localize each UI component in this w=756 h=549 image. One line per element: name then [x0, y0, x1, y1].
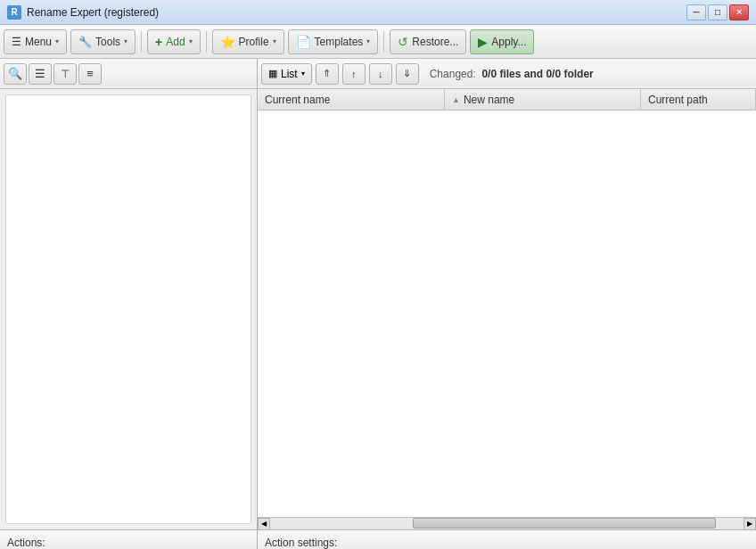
settings-header: Action settings:	[258, 530, 756, 549]
nav-up-button[interactable]: ↑	[342, 63, 366, 85]
separator-2	[206, 31, 207, 53]
main-layout: 🔍 ☰ ⊤ ≡ ▦ List ▾ ⇑ ↑	[0, 59, 756, 529]
preview-area	[5, 94, 251, 524]
apply-label: Apply...	[491, 36, 526, 48]
scroll-track[interactable]	[270, 518, 744, 530]
tools-dropdown-arrow: ▾	[124, 37, 127, 45]
window-controls: ─ □ ✕	[686, 4, 749, 20]
settings-header-label: Action settings:	[265, 537, 337, 549]
table-header: Current name ▲ New name Current path	[258, 89, 756, 111]
list-dropdown-button[interactable]: ▦ List ▾	[261, 63, 312, 85]
filter-button[interactable]: ⊤	[53, 63, 77, 85]
profile-icon: ⭐	[220, 35, 235, 49]
restore-icon: ↺	[398, 35, 408, 49]
list-dropdown-label: List	[281, 68, 298, 80]
apply-icon: ▶	[478, 35, 488, 49]
left-toolbar: 🔍 ☰ ⊤ ≡	[0, 59, 257, 89]
add-plus-icon: +	[155, 35, 162, 49]
nav-top-icon: ⇑	[323, 68, 331, 79]
title-bar-left: R Rename Expert (registered)	[7, 5, 159, 20]
list-dropdown-arrow: ▾	[301, 70, 305, 78]
menu-button[interactable]: ☰ Menu ▾	[4, 29, 67, 54]
col-header-current-path[interactable]: Current path	[641, 89, 756, 110]
templates-button[interactable]: 📄 Templates ▾	[288, 29, 379, 54]
scroll-right-button[interactable]: ▶	[744, 518, 756, 530]
templates-label: Templates	[315, 36, 364, 48]
menu-bar: ☰ Menu ▾ 🔧 Tools ▾ + Add ▾ ⭐ Profile ▾ 📄…	[0, 25, 756, 59]
search-icon: 🔍	[8, 67, 22, 80]
settings-panel: Action settings:	[258, 530, 756, 549]
tools-icon: 🔧	[78, 36, 92, 48]
table-body	[258, 111, 756, 529]
add-label: Add	[166, 36, 185, 48]
templates-icon: 📄	[296, 35, 311, 49]
actions-header-label: Actions:	[7, 537, 45, 549]
col-current-name-label: Current name	[265, 94, 330, 106]
nav-bottom-button[interactable]: ⇓	[396, 63, 419, 85]
window-title: Rename Expert (registered)	[27, 6, 159, 19]
changed-label-text: Changed:	[430, 68, 476, 80]
tools-button[interactable]: 🔧 Tools ▾	[70, 29, 136, 54]
minimize-button[interactable]: ─	[686, 4, 706, 20]
nav-up-icon: ↑	[351, 69, 357, 79]
actions-header: Actions:	[0, 530, 257, 549]
horizontal-scrollbar[interactable]: ◀ ▶	[258, 517, 756, 529]
expand-button[interactable]: ≡	[78, 63, 102, 85]
right-panel: ▦ List ▾ ⇑ ↑ ↓ ⇓ Changed: 0/0 files and …	[258, 59, 756, 529]
menu-label: Menu	[25, 36, 52, 48]
add-dropdown-arrow: ▾	[189, 37, 193, 45]
menu-icon: ☰	[12, 36, 21, 48]
restore-button[interactable]: ↺ Restore...	[390, 29, 466, 54]
scroll-thumb[interactable]	[413, 518, 716, 529]
col-current-path-label: Current path	[648, 94, 708, 106]
file-table: Current name ▲ New name Current path ◀ ▶	[258, 89, 756, 529]
list-grid-icon: ▦	[268, 68, 277, 79]
nav-bottom-icon: ⇓	[403, 68, 411, 79]
nav-down-icon: ↓	[378, 69, 383, 79]
changed-value: 0/0 files and 0/0 folder	[481, 68, 593, 80]
profile-label: Profile	[239, 36, 269, 48]
col-new-name-label: New name	[464, 94, 514, 106]
scroll-left-button[interactable]: ◀	[258, 518, 270, 530]
filter-icon: ⊤	[61, 68, 70, 80]
separator-3	[383, 31, 384, 53]
add-button[interactable]: + Add ▾	[147, 29, 201, 54]
actions-panel: Actions: + ▾ ✕ ⧉ ↑ ↓ ▤ ⧈	[0, 530, 258, 549]
menu-dropdown-arrow: ▾	[55, 37, 59, 45]
profile-button[interactable]: ⭐ Profile ▾	[212, 29, 284, 54]
title-bar: R Rename Expert (registered) ─ □ ✕	[0, 0, 756, 25]
filelist-toolbar: ▦ List ▾ ⇑ ↑ ↓ ⇓ Changed: 0/0 files and …	[258, 59, 756, 89]
tools-label: Tools	[95, 36, 120, 48]
col-header-current-name[interactable]: Current name	[258, 89, 445, 110]
profile-dropdown-arrow: ▾	[273, 37, 276, 45]
templates-dropdown-arrow: ▾	[366, 37, 370, 45]
restore-label: Restore...	[412, 36, 458, 48]
separator-1	[141, 31, 142, 53]
expand-icon: ≡	[86, 67, 94, 80]
col-header-new-name[interactable]: ▲ New name	[445, 89, 641, 110]
changed-status: Changed: 0/0 files and 0/0 folder	[423, 68, 594, 80]
sort-asc-icon: ▲	[452, 95, 460, 104]
left-panel: 🔍 ☰ ⊤ ≡	[0, 59, 258, 529]
maximize-button[interactable]: □	[708, 4, 727, 20]
nav-top-button[interactable]: ⇑	[316, 63, 339, 85]
bottom-section: Actions: + ▾ ✕ ⧉ ↑ ↓ ▤ ⧈	[0, 529, 756, 549]
app-icon: R	[7, 5, 21, 20]
list-view-button[interactable]: ☰	[29, 63, 52, 85]
search-button[interactable]: 🔍	[4, 63, 27, 85]
list-icon: ☰	[35, 67, 45, 80]
close-button[interactable]: ✕	[729, 4, 749, 20]
apply-button[interactable]: ▶ Apply...	[470, 29, 534, 54]
nav-down-button[interactable]: ↓	[369, 63, 392, 85]
